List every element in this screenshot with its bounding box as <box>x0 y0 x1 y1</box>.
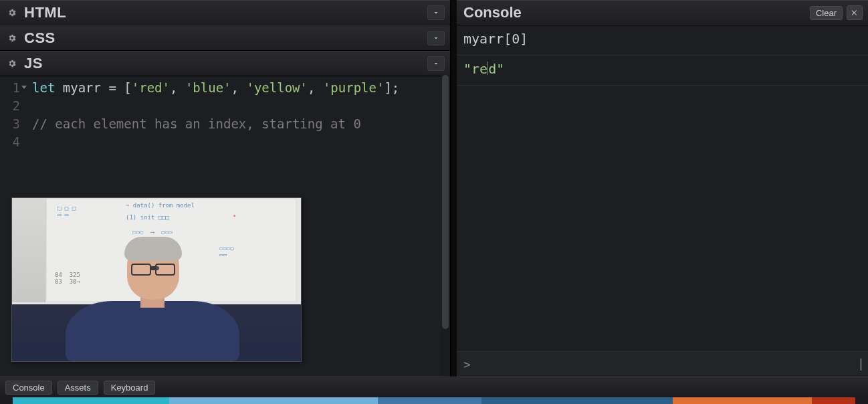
app-root: HTML CSS <box>0 0 868 404</box>
text-caret <box>861 359 861 371</box>
gutter-line-number: 2 <box>0 97 25 115</box>
panel-header-js[interactable]: JS <box>0 51 450 76</box>
code-content[interactable]: // each element has an index, starting a… <box>25 115 361 133</box>
progress-segment[interactable] <box>855 397 868 404</box>
chevron-down-icon[interactable] <box>427 5 445 20</box>
console-pane: Console Clear myarr[0]"red" > <box>457 0 868 377</box>
console-input-echo-row: myarr[0] <box>457 25 868 56</box>
progress-segment[interactable] <box>673 397 812 404</box>
clear-button[interactable]: Clear <box>810 6 843 20</box>
webcam-overlay: □ □ □ ▭ ▭ ~ data() from model (1) init □… <box>11 197 302 362</box>
progress-segment[interactable] <box>481 397 673 404</box>
close-icon[interactable] <box>847 5 863 20</box>
keyboard-button[interactable]: Keyboard <box>104 381 156 395</box>
progress-segment[interactable] <box>0 397 13 404</box>
bottom-bar: ConsoleAssetsKeyboard <box>0 377 868 397</box>
console-result-row: "red" <box>457 56 868 86</box>
editor-pane: HTML CSS <box>0 0 451 377</box>
text-caret <box>487 62 488 75</box>
progress-strip[interactable] <box>0 397 868 404</box>
gear-icon[interactable] <box>5 6 19 19</box>
progress-segment[interactable] <box>13 397 169 404</box>
editor-scrollbar[interactable] <box>441 75 450 377</box>
code-line[interactable]: 4 <box>0 133 450 151</box>
console-button[interactable]: Console <box>5 381 52 395</box>
code-line[interactable]: 2 <box>0 97 450 115</box>
chevron-down-icon[interactable] <box>427 31 445 45</box>
console-header: Console Clear <box>457 0 868 25</box>
gutter-line-number: 4 <box>0 133 25 151</box>
code-content[interactable]: let myarr = ['red', 'blue', 'yellow', 'p… <box>25 79 399 97</box>
progress-segment[interactable] <box>812 397 855 404</box>
progress-segment[interactable] <box>378 397 482 404</box>
console-input-row[interactable]: > <box>457 351 868 377</box>
panel-header-css[interactable]: CSS <box>0 25 450 51</box>
gear-icon[interactable] <box>5 57 19 70</box>
workspace: HTML CSS <box>0 0 868 377</box>
panel-title: JS <box>24 55 43 72</box>
chevron-down-icon[interactable] <box>427 56 445 71</box>
console-title: Console <box>462 4 522 21</box>
panel-title: CSS <box>24 29 56 47</box>
gutter-line-number: 3 <box>0 115 25 133</box>
scrollbar-thumb[interactable] <box>442 75 449 329</box>
panel-header-html[interactable]: HTML <box>0 0 450 25</box>
code-line[interactable]: 1let myarr = ['red', 'blue', 'yellow', '… <box>0 79 450 97</box>
fold-caret-icon[interactable] <box>21 86 27 89</box>
code-line[interactable]: 3// each element has an index, starting … <box>0 115 450 133</box>
progress-segment[interactable] <box>169 397 378 404</box>
assets-button[interactable]: Assets <box>58 381 98 395</box>
prompt-symbol: > <box>463 357 471 371</box>
vertical-splitter[interactable] <box>451 0 457 377</box>
gutter-line-number: 1 <box>0 79 25 97</box>
gear-icon[interactable] <box>5 31 19 45</box>
console-output[interactable]: myarr[0]"red" <box>457 25 868 351</box>
panel-title: HTML <box>24 4 66 21</box>
